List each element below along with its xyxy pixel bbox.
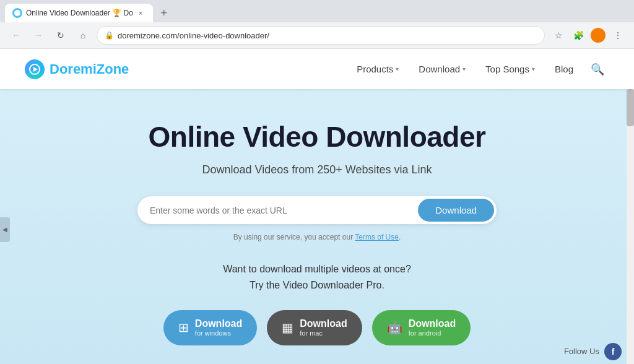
- lock-icon: 🔒: [105, 31, 114, 40]
- svg-marker-2: [33, 67, 38, 72]
- follow-us-label: Follow Us: [564, 347, 599, 356]
- nav-links: Products ▾ Download ▾ Top Songs ▾ Blog 🔍: [349, 58, 609, 81]
- hero-section: ◀ Online Video Downloader Download Video…: [0, 89, 634, 364]
- scrollbar[interactable]: [627, 89, 634, 364]
- tab-bar: Online Video Downloader 🏆 Do × +: [0, 0, 634, 22]
- terms-of-use-link[interactable]: Terms of Use: [355, 233, 399, 241]
- download-buttons: ⊞ Download for windows ▦ Download for ma…: [163, 310, 471, 345]
- download-mac-button[interactable]: ▦ Download for mac: [267, 310, 362, 345]
- chevron-down-icon: ▾: [396, 66, 399, 72]
- profile-button[interactable]: [589, 27, 607, 44]
- website-content: DoremiZone Products ▾ Download ▾ Top Son…: [0, 49, 634, 364]
- scrollbar-thumb[interactable]: [627, 89, 634, 126]
- search-bar: Download: [137, 196, 497, 224]
- home-button[interactable]: ⌂: [74, 27, 92, 44]
- hero-title: Online Video Downloader: [149, 120, 486, 154]
- terms-text: By using our service, you accept our Ter…: [233, 233, 401, 241]
- site-navbar: DoremiZone Products ▾ Download ▾ Top Son…: [0, 49, 634, 89]
- chevron-down-icon: ▾: [462, 66, 466, 72]
- reload-button[interactable]: ↻: [52, 27, 69, 44]
- nav-blog[interactable]: Blog: [547, 59, 581, 79]
- svg-point-0: [14, 10, 20, 16]
- multi-video-promo: Want to download multiple videos at once…: [223, 261, 411, 293]
- profile-avatar: [591, 28, 606, 43]
- forward-button[interactable]: →: [30, 27, 47, 44]
- browser-chrome: Online Video Downloader 🏆 Do × + ← → ↻ ⌂…: [0, 0, 634, 49]
- download-windows-button[interactable]: ⊞ Download for windows: [163, 310, 257, 345]
- download-android-button[interactable]: 🤖 Download for android: [372, 310, 471, 345]
- windows-icon: ⊞: [178, 320, 189, 335]
- sidebar-toggle[interactable]: ◀: [0, 217, 10, 242]
- bookmark-icon[interactable]: ☆: [550, 27, 567, 44]
- hero-subtitle: Download Videos from 250+ Websites via L…: [202, 163, 432, 176]
- menu-button[interactable]: ⋮: [609, 27, 627, 44]
- tab-close-button[interactable]: ×: [136, 8, 145, 18]
- search-icon[interactable]: 🔍: [586, 58, 609, 81]
- extensions-icon[interactable]: 🧩: [570, 27, 587, 44]
- android-icon: 🤖: [387, 320, 402, 335]
- back-button[interactable]: ←: [7, 27, 25, 44]
- address-bar: ← → ↻ ⌂ 🔒 doremizone.com/online-video-do…: [0, 22, 634, 48]
- search-input[interactable]: [150, 206, 418, 215]
- logo-icon: [25, 59, 45, 79]
- new-tab-button[interactable]: +: [155, 4, 173, 22]
- nav-download[interactable]: Download ▾: [411, 59, 473, 79]
- logo[interactable]: DoremiZone: [25, 59, 129, 79]
- nav-top-songs[interactable]: Top Songs ▾: [478, 59, 542, 79]
- follow-us: Follow Us f: [564, 343, 622, 360]
- toolbar-icons: ☆ 🧩 ⋮: [550, 27, 627, 44]
- address-input-wrap[interactable]: 🔒 doremizone.com/online-video-downloader…: [97, 26, 545, 45]
- chevron-down-icon: ▾: [532, 66, 535, 72]
- mac-icon: ▦: [282, 320, 293, 335]
- logo-text: DoremiZone: [50, 61, 129, 77]
- tab-title: Online Video Downloader 🏆 Do: [26, 9, 133, 17]
- nav-products[interactable]: Products ▾: [349, 59, 406, 79]
- tab-favicon: [12, 8, 22, 18]
- url-display: doremizone.com/online-video-downloader/: [118, 31, 537, 40]
- active-tab[interactable]: Online Video Downloader 🏆 Do ×: [5, 4, 153, 22]
- facebook-icon[interactable]: f: [604, 343, 622, 360]
- search-download-button[interactable]: Download: [418, 199, 494, 222]
